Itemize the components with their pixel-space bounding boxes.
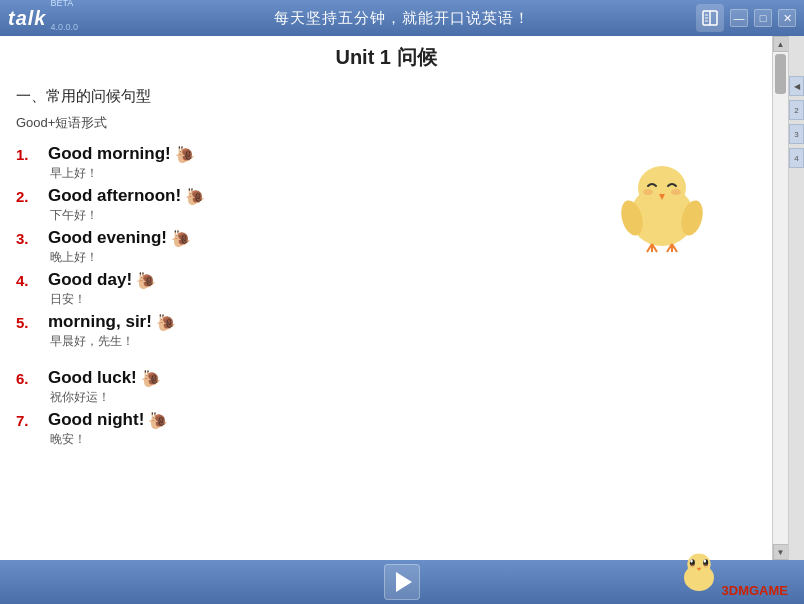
close-button[interactable]: ✕: [778, 9, 796, 27]
phrase-english[interactable]: Good morning! 🐌: [48, 144, 195, 164]
svg-point-22: [690, 559, 693, 562]
sidebar-btn-4[interactable]: 4: [789, 148, 804, 168]
scrollbar-track[interactable]: [773, 52, 788, 544]
watermark-text: 3DMGAME: [722, 583, 788, 598]
phrase-number: 3.: [16, 228, 48, 247]
book-icon[interactable]: [696, 4, 724, 32]
svg-point-23: [704, 559, 707, 562]
scrollbar-thumb[interactable]: [775, 54, 786, 94]
phrase-content: Good luck! 🐌 祝你好运！: [48, 368, 161, 406]
maximize-button[interactable]: □: [754, 9, 772, 27]
svg-point-7: [643, 189, 653, 195]
phrase-content: Good morning! 🐌 早上好！: [48, 144, 195, 182]
phrase-content: Good afternoon! 🐌 下午好！: [48, 186, 205, 224]
list-item: 4. Good day! 🐌 日安！: [16, 270, 756, 308]
phrase-english[interactable]: Good luck! 🐌: [48, 368, 161, 388]
snail-icon[interactable]: 🐌: [171, 229, 191, 248]
beta-label: BETA: [50, 0, 78, 8]
logo-text: talk: [8, 7, 46, 30]
play-button[interactable]: [384, 564, 420, 600]
section-heading: 一、常用的问候句型: [16, 87, 756, 106]
list-item: 5. morning, sir! 🐌 早晨好，先生！: [16, 312, 756, 350]
phrase-number: 1.: [16, 144, 48, 163]
phrase-english-text: Good day!: [48, 270, 132, 290]
svg-point-6: [638, 166, 686, 210]
phrase-chinese: 早上好！: [50, 165, 195, 182]
title-bar: talk BETA 4.0.0.0 每天坚持五分钟，就能开口说英语！ — □ ✕: [0, 0, 804, 36]
title-bar-controls: — □ ✕: [696, 4, 796, 32]
phrase-number: 6.: [16, 368, 48, 387]
phrase-english-text: Good night!: [48, 410, 144, 430]
right-sidebar: ◀ 2 3 4: [788, 36, 804, 560]
svg-point-8: [671, 189, 681, 195]
list-item: 6. Good luck! 🐌 祝你好运！: [16, 368, 756, 406]
phrase-english-text: Good morning!: [48, 144, 171, 164]
snail-icon[interactable]: 🐌: [175, 145, 195, 164]
phrase-english[interactable]: Good night! 🐌: [48, 410, 168, 430]
bottom-mascot: [674, 546, 724, 600]
snail-icon[interactable]: 🐌: [141, 369, 161, 388]
phrase-number: 5.: [16, 312, 48, 331]
unit-title: Unit 1 问候: [16, 44, 756, 71]
phrase-number: 7.: [16, 410, 48, 429]
scrollbar[interactable]: ▲ ▼: [772, 36, 788, 560]
phrase-english[interactable]: Good day! 🐌: [48, 270, 156, 290]
phrase-content: morning, sir! 🐌 早晨好，先生！: [48, 312, 176, 350]
svg-point-26: [703, 564, 708, 567]
content-area: Unit 1 问候 一、常用的问候句型 Good+短语形式 1. Good mo…: [0, 36, 772, 560]
phrase-english[interactable]: Good evening! 🐌: [48, 228, 191, 248]
phrase-chinese: 日安！: [50, 291, 156, 308]
sidebar-btn-3[interactable]: 3: [789, 124, 804, 144]
mascot-character: [612, 156, 712, 256]
phrase-english-text: morning, sir!: [48, 312, 152, 332]
main-container: Unit 1 问候 一、常用的问候句型 Good+短语形式 1. Good mo…: [0, 36, 804, 560]
snail-icon[interactable]: 🐌: [156, 313, 176, 332]
svg-point-25: [690, 564, 695, 567]
phrase-chinese: 祝你好运！: [50, 389, 161, 406]
phrase-content: Good day! 🐌 日安！: [48, 270, 156, 308]
phrase-english[interactable]: morning, sir! 🐌: [48, 312, 176, 332]
version-label: 4.0.0.0: [50, 22, 78, 32]
sub-heading: Good+短语形式: [16, 114, 756, 132]
bottom-bar: 3DMGAME: [0, 560, 804, 604]
phrase-number: 4.: [16, 270, 48, 289]
list-item: 7. Good night! 🐌 晚安！: [16, 410, 756, 448]
phrase-english-text: Good afternoon!: [48, 186, 181, 206]
minimize-button[interactable]: —: [730, 9, 748, 27]
play-icon: [396, 572, 412, 592]
phrase-chinese: 下午好！: [50, 207, 205, 224]
scroll-down-arrow[interactable]: ▼: [773, 544, 789, 560]
phrase-chinese: 早晨好，先生！: [50, 333, 176, 350]
phrase-content: Good night! 🐌 晚安！: [48, 410, 168, 448]
sidebar-btn-2[interactable]: 2: [789, 100, 804, 120]
snail-icon[interactable]: 🐌: [136, 271, 156, 290]
title-bar-center-text: 每天坚持五分钟，就能开口说英语！: [274, 9, 530, 28]
phrase-number: 2.: [16, 186, 48, 205]
spacer: [16, 354, 756, 368]
watermark: 3DMGAME: [722, 583, 788, 598]
phrase-english-text: Good evening!: [48, 228, 167, 248]
phrase-english-text: Good luck!: [48, 368, 137, 388]
snail-icon[interactable]: 🐌: [148, 411, 168, 430]
scroll-up-arrow[interactable]: ▲: [773, 36, 789, 52]
phrase-chinese: 晚安！: [50, 431, 168, 448]
phrase-english[interactable]: Good afternoon! 🐌: [48, 186, 205, 206]
sidebar-btn-1[interactable]: ◀: [789, 76, 804, 96]
phrase-content: Good evening! 🐌 晚上好！: [48, 228, 191, 266]
snail-icon[interactable]: 🐌: [185, 187, 205, 206]
app-logo: talk BETA 4.0.0.0: [8, 4, 78, 32]
phrase-chinese: 晚上好！: [50, 249, 191, 266]
